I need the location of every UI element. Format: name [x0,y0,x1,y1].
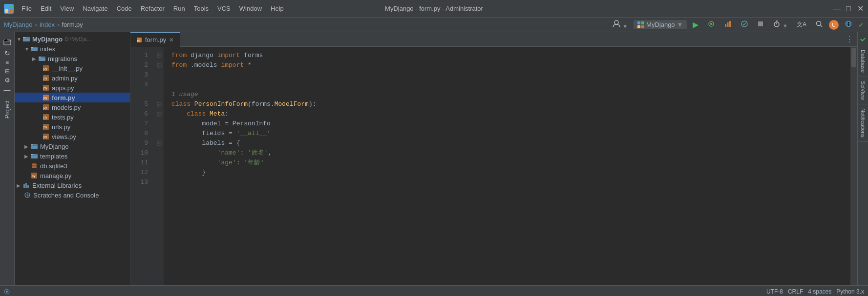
project-name: MyDjango [646,21,675,28]
tree-item-templates[interactable]: ▶ templates [15,151,130,161]
tab-close-button[interactable]: ✕ [169,37,174,43]
right-panels: Database SciView Notifications [857,32,868,285]
panel-sciview[interactable]: SciView [858,77,868,104]
tree-item-external[interactable]: ▶ External Libraries [15,180,130,190]
menu-edit[interactable]: Edit [37,3,55,14]
str-all: '__all__' [236,129,271,138]
tree-item-mydjango-root[interactable]: ▼ MyDjango D:\MyDja... [15,34,130,44]
breadcrumb-file: form.py [62,21,83,28]
str-name-key: 'name' [217,148,240,158]
timer-button[interactable]: ▼ [770,19,791,30]
var-forms-2: forms [252,99,271,109]
str-age-val: '年龄' [244,158,264,168]
var-paren-1: ( [248,99,252,109]
py-icon-urls: py [42,123,50,131]
tree-item-db[interactable]: db.sqlite3 [15,161,130,171]
coverage-button[interactable] [738,19,751,30]
code-content[interactable]: from django import forms from .models im… [164,47,850,285]
menu-file[interactable]: File [18,3,36,14]
gutter-hint-space [155,90,164,99]
tree-item-admin[interactable]: py admin.py [15,73,130,83]
user-profile-button[interactable]: U [829,20,839,30]
menu-tools[interactable]: Tools [190,3,212,14]
line-num-9: 9 [130,138,151,148]
sidebar: ▼ MyDjango D:\MyDja... ▼ index [15,32,130,285]
debug-button[interactable] [704,19,718,30]
translate-button[interactable]: 文A [794,20,809,30]
profile-button[interactable] [721,19,735,30]
tree-label-mydjango: MyDjango [32,36,63,43]
gutter-4 [155,80,164,90]
search-button[interactable] [812,19,826,30]
menu-window[interactable]: Window [235,3,266,14]
status-git[interactable] [4,288,10,295]
scrollbar-vertical[interactable] [850,47,857,285]
tree-item-scratches[interactable]: Scratches and Console [15,190,130,200]
svg-rect-52 [25,183,27,188]
var-indent-7: model [171,119,225,129]
globe-button[interactable] [842,19,855,30]
menu-help[interactable]: Help [267,3,288,14]
kw-import-1: import [217,51,240,60]
code-line-1: from django import forms [171,51,850,60]
sidebar-settings-icon[interactable]: ⚙ [4,77,10,84]
tree-item-init[interactable]: py __init__.py [15,63,130,73]
svg-point-48 [32,166,37,168]
var-models: .models [187,60,221,70]
breadcrumb-project[interactable]: MyDjango [4,21,33,28]
menu-navigate[interactable]: Navigate [79,3,111,14]
var-personinfo: PersonInfo [229,119,271,129]
tree-path: D:\MyDja... [64,36,91,42]
breadcrumb-folder[interactable]: index [40,21,55,28]
tree-item-tests[interactable]: py tests.py [15,112,130,122]
minimize-button[interactable]: — [833,5,841,13]
tree-label-form: form.py [52,94,75,101]
sidebar-minimize-icon[interactable]: — [4,86,11,94]
project-panel-label[interactable]: Project [4,100,11,118]
tab-form-py[interactable]: py form.py ✕ [130,32,180,47]
py-icon-init: py [42,64,50,72]
line-num-hint-space [130,90,151,99]
user-button[interactable]: ▼ [609,19,631,31]
svg-rect-14 [758,21,763,26]
menu-view[interactable]: View [56,3,78,14]
gutter-7 [155,119,164,129]
tab-bar: py form.py ✕ ⋮ [130,32,857,47]
tree-label-apps: apps.py [52,84,74,92]
tree-item-apps[interactable]: py apps.py [15,83,130,93]
menu-refactor[interactable]: Refactor [137,3,169,14]
tree-item-models[interactable]: py models.py [15,102,130,112]
menu-code[interactable]: Code [113,3,136,14]
tree-item-form[interactable]: py form.py [15,93,130,102]
sidebar-collapse-icon[interactable]: ≡ [5,59,9,66]
tree-item-index[interactable]: ▼ index [15,44,130,54]
gutter [155,47,164,285]
code-line-8: fields = '__all__' [171,129,850,138]
sidebar-expand-icon[interactable]: ⊟ [5,68,10,75]
tree-item-views[interactable]: py views.py [15,132,130,141]
scrollbar-thumb[interactable] [851,48,856,67]
project-selector[interactable]: MyDjango ▼ [634,20,687,29]
tree-item-migrations[interactable]: ▶ migrations [15,54,130,63]
svg-rect-6 [641,21,644,24]
tab-menu-button[interactable]: ⋮ [842,35,857,44]
close-button[interactable]: ✕ [856,5,864,13]
sidebar-sync-icon[interactable]: ↻ [4,49,10,57]
tree-item-mydjango2[interactable]: ▶ MyDjango [15,141,130,151]
breadcrumb-sep1: > [35,22,38,28]
stop-button[interactable] [754,20,767,30]
menu-run[interactable]: Run [169,3,189,14]
chart-icon-external [22,181,30,189]
panel-notifications[interactable]: Notifications [858,104,868,142]
run-button[interactable]: ▶ [690,19,701,30]
menu-vcs[interactable]: VCS [213,3,234,14]
sidebar-folder-icon[interactable] [3,38,11,47]
tree-item-manage[interactable]: py manage.py [15,171,130,180]
var-paren-close: ): [309,99,317,109]
tree-item-urls[interactable]: py urls.py [15,122,130,132]
maximize-button[interactable]: □ [845,5,852,13]
svg-rect-12 [727,22,729,27]
panel-database[interactable]: Database [858,46,868,77]
py-icon-views: py [42,133,50,140]
svg-text:py: py [43,86,47,90]
